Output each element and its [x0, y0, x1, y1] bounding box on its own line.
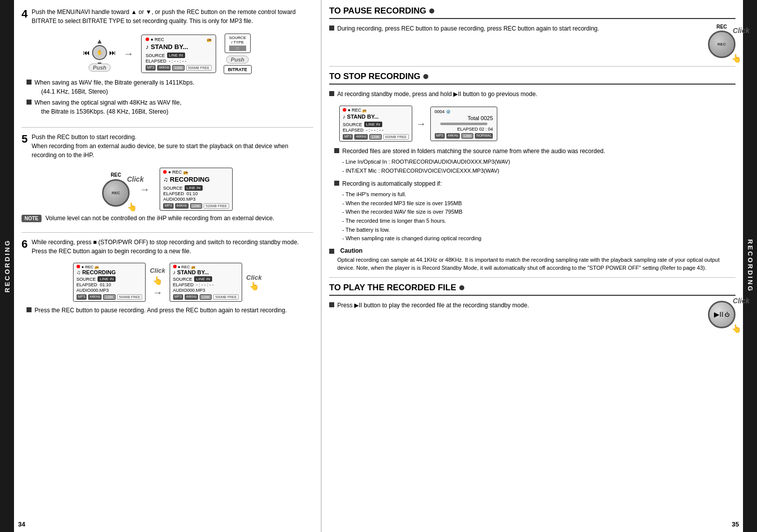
push-label1: Push — [89, 64, 111, 72]
note-text: Volume level can not be controlled on th… — [46, 215, 274, 222]
source-line: SOURCE LINE IN — [146, 53, 212, 58]
step6-text: While recording, press ■ (STOP/PWR OFF) … — [32, 238, 313, 256]
elapsed-label6a: ELAPSED — [77, 282, 98, 287]
br-stop2: 128K — [461, 133, 473, 139]
mp3-6b: MP3 — [173, 294, 183, 300]
rec-label6b: ● REC — [178, 265, 190, 269]
rec-line-stop2: 0004 ⚙️ — [435, 109, 493, 114]
elapsed-value: - : - - : - - — [169, 59, 187, 64]
status-stop: MP3 44KHz 128K 600MB FREE — [343, 134, 409, 140]
source-line6a: SOURCE LINE IN — [77, 276, 143, 282]
arrow-icon5: → — [140, 184, 150, 195]
next-button-icon: ⏭ — [109, 49, 116, 57]
stop-bullet: At recording standby mode, press and hol… — [329, 90, 735, 99]
bitrate-box: BITRATE — [224, 65, 252, 74]
step5-rec-button[interactable]: REC — [102, 179, 130, 207]
page-number-right: 35 — [732, 520, 739, 528]
step6-number: 6 — [22, 238, 28, 251]
stop-reason-item: - The recorded time is longer than 5 hou… — [342, 217, 735, 226]
rec-inner-label: REC — [112, 191, 120, 195]
stop-bullets: Recorded files are stored in folders mat… — [334, 147, 735, 175]
audio6a: AUDIO000.MP3 — [77, 288, 143, 293]
stop-reason-item: - The battery is low. — [342, 226, 735, 235]
step5-illustration: REC REC Click 👆 → ● REC 📻 — [22, 168, 313, 211]
pause-title: TO PAUSE RECORDING — [329, 6, 426, 16]
free-stop: 600MB FREE — [383, 134, 409, 140]
line-in-badge5: LINE IN — [185, 185, 203, 191]
rec-dot5 — [163, 170, 167, 174]
play-bullet-icon — [329, 302, 334, 307]
status6b: MP3 44KHz 128K 500MB FREE — [173, 294, 239, 300]
br-6a: 128K — [103, 294, 115, 300]
stop-bull-text2: Recording is automatically stopped if: — [342, 179, 442, 188]
normal-stop2: NORMAL — [475, 133, 493, 139]
line-in-6a: LINE IN — [98, 276, 116, 282]
right-panel: 35 TO PAUSE RECORDING During recording, … — [322, 0, 743, 532]
elapsed-label5: ELAPSED — [163, 191, 184, 196]
prev-button-icon: ⏮ — [83, 49, 90, 57]
step6-illustration: ● REC 📻 ♫ RECORDING SOURCE LINE IN ELAPS… — [22, 263, 313, 302]
stop-reason-item: - When the recorded WAV file size is ove… — [342, 208, 735, 217]
line-in-badge: LINE IN — [167, 53, 185, 58]
stop-bull-text1: Recorded files are stored in folders mat… — [342, 147, 605, 156]
bitrate-selector: SOURCE / TYPE □ Push BITRATE — [224, 34, 252, 74]
mp3-stop2: MP3 — [435, 133, 445, 139]
stop-bullet-icon — [329, 91, 334, 96]
arrow-icon6: → — [153, 287, 163, 298]
mp3-tag5: MP3 — [163, 203, 173, 209]
khz-6b: 44KHz — [185, 294, 198, 300]
rec-dot6a — [77, 265, 80, 268]
caution-label: Caution — [340, 247, 363, 254]
step5-note: NOTE Volume level can not be controlled … — [22, 215, 313, 222]
elapsed-label-stop: ELAPSED — [343, 128, 364, 133]
bitrate-tag: 128K — [172, 65, 184, 71]
step6-bullet-list: Press the REC button to pause recording.… — [27, 306, 313, 315]
rec-label1: ● REC — [151, 37, 164, 42]
elapsed-val6a: 01:10 — [100, 282, 111, 287]
step6-bullet: Press the REC button to pause recording.… — [27, 306, 313, 315]
free-6a: 500MB FREE — [117, 294, 143, 300]
stop-bull-icon1 — [334, 148, 339, 153]
stop-stand-by: ♪ STAND BY... — [343, 113, 409, 121]
mp3-tag: MP3 — [146, 65, 156, 71]
rec-dot6b — [173, 265, 177, 268]
pause-click-label: Click — [733, 27, 749, 35]
rec-label5: ● REC — [168, 170, 182, 175]
step6-click2-area: Click 👆 — [246, 274, 262, 291]
elapsed-value-stop: ELAPSED 02 : 04 — [435, 127, 493, 132]
left-banner: RECORDING — [0, 0, 14, 532]
elapsed-line6b: ELAPSED - : - - : - - — [173, 282, 239, 287]
step5-rec-label: REC — [111, 172, 121, 178]
elapsed-value5: 01:10 — [187, 191, 198, 196]
elapsed-val6b: - : - - : - - — [196, 282, 214, 287]
br-stop: 128K — [369, 134, 381, 140]
pause-rec-wrapper: REC Click 👆 — [708, 31, 735, 58]
step4-number: 4 — [22, 8, 28, 21]
stop-bullet1: Recorded files are stored in folders mat… — [334, 147, 735, 156]
status-bar: MP3 44KHz 128K 500MB FREE — [146, 65, 212, 71]
stop-sub-text2: - INT/EXT Mic : ROOT\RECORD\VOICE\VOICEX… — [342, 168, 499, 174]
stop-sub-text1: - Line In/Optical In : ROOT\RECORD\AUDIO… — [342, 159, 510, 165]
pause-rec-button-area: REC REC Click 👆 — [708, 24, 735, 58]
step4-bullet1-text: When saving as WAV file, the Bitrate gen… — [35, 78, 195, 96]
step5-rec-button-wrapper: REC Click 👆 — [102, 179, 130, 207]
source-type-label: SOURCE — [229, 36, 246, 40]
pause-rec-inner: REC — [717, 42, 726, 47]
total-line: Total 0025 — [435, 115, 493, 121]
navi-dial[interactable]: ✋ — [92, 45, 107, 60]
stop-section: At recording standby mode, press and hol… — [329, 90, 735, 101]
stop-text-area: At recording standby mode, press and hol… — [329, 90, 735, 101]
caution-section: Caution Optical recording can sample at … — [329, 247, 735, 272]
khz-tag: 44KHz — [157, 65, 171, 71]
caution-header: Caution — [329, 247, 735, 254]
step4-bullet2: When saving the optical signal with 48KH… — [27, 98, 313, 116]
pause-section: During recording, press REC button to pa… — [329, 24, 735, 58]
divider2 — [22, 232, 313, 233]
stop-sub2: - INT/EXT Mic : ROOT\RECORD\VOICE\VOICEX… — [342, 167, 735, 176]
pause-rec-top-label: REC — [716, 24, 727, 30]
source-label6b: SOURCE — [173, 277, 193, 282]
play-text: Press ▶II button to play the recorded fi… — [337, 301, 529, 310]
rec-line: ● REC 📻 — [146, 37, 212, 42]
play-click-label: Click — [733, 297, 749, 305]
stand-by-label: ♪ STAND BY... — [146, 42, 212, 52]
